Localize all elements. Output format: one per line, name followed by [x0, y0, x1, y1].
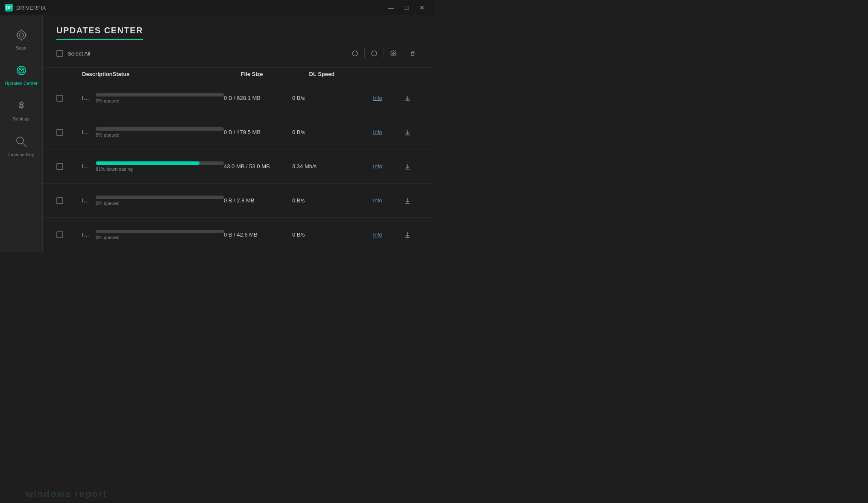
- driver-row-row-2: Intel(R) Serial IO GPIO Host Control... …: [43, 115, 434, 149]
- col-dl-speed: DL Speed: [309, 71, 378, 77]
- svg-point-12: [372, 51, 377, 56]
- titlebar-left: DF DRIVERFIX: [5, 4, 46, 12]
- file-size-row-4: 0 B / 2.8 MB: [224, 197, 292, 204]
- file-size-row-3: 43.0 MB / 53.0 MB: [224, 163, 292, 170]
- driver-status-row-2: 0% queued: [96, 127, 224, 137]
- status-text-row-4: 0% queued: [96, 201, 224, 206]
- sidebar-item-settings[interactable]: Settings: [0, 93, 42, 129]
- sidebar-label-scan: Scan: [16, 45, 26, 51]
- col-file-size: File Size: [241, 71, 309, 77]
- row-checkbox-row-5[interactable]: [56, 231, 82, 238]
- download-icon-row-2: [404, 129, 411, 136]
- minimize-button[interactable]: —: [384, 3, 398, 13]
- toolbar-divider-2: [384, 48, 384, 58]
- file-size-row-1: 0 B / 628.1 MB: [224, 95, 292, 101]
- trash-icon: [409, 50, 416, 57]
- dl-speed-row-2: 0 B/s: [292, 129, 361, 135]
- driver-status-row-5: 0% queued: [96, 230, 224, 240]
- row-checkbox-row-3[interactable]: [56, 163, 82, 170]
- content-area: UPDATES CENTER Select All: [43, 15, 434, 252]
- svg-point-11: [352, 51, 358, 56]
- row-checkbox-row-1[interactable]: [56, 95, 82, 102]
- driver-status-row-1: 0% queued: [96, 93, 224, 103]
- progress-bg-row-2: [96, 127, 224, 131]
- driver-row-row-4: Intel(R) Xeon(R) E3 - 1200/1500 v5/... 0…: [43, 184, 434, 218]
- file-size-row-2: 0 B / 479.5 MB: [224, 129, 292, 135]
- sidebar-label-license-key: License Key: [9, 152, 34, 158]
- toolbar-delete-button[interactable]: [405, 46, 420, 61]
- circle-icon: [371, 50, 378, 57]
- driver-status-row-4: 0% queued: [96, 196, 224, 206]
- driver-checkbox-row-5[interactable]: [56, 231, 63, 238]
- download-button-row-3[interactable]: [395, 163, 420, 170]
- toolbar-divider-3: [403, 48, 403, 58]
- select-all-checkbox[interactable]: [56, 50, 63, 57]
- status-text-row-1: 0% queued: [96, 98, 224, 103]
- select-all-label[interactable]: Select All: [56, 50, 90, 57]
- info-button-row-2[interactable]: Info: [361, 129, 395, 135]
- svg-rect-15: [411, 53, 414, 56]
- main-layout: Scan Updates Center Settings License Key…: [0, 15, 434, 252]
- sidebar-label-updates-center: Updates Center: [5, 81, 38, 86]
- status-text-row-5: 0% queued: [96, 235, 224, 240]
- sidebar-label-settings: Settings: [13, 116, 30, 122]
- app-title: DRIVERFIX: [16, 5, 46, 11]
- driver-name-row-2: Intel(R) Serial IO GPIO Host Control...: [82, 129, 96, 135]
- download-button-row-1[interactable]: [395, 94, 420, 102]
- dl-speed-row-1: 0 B/s: [292, 95, 361, 101]
- svg-point-1: [19, 33, 23, 37]
- file-size-row-5: 0 B / 42.6 MB: [224, 231, 292, 238]
- info-button-row-1[interactable]: Info: [361, 95, 395, 101]
- download-button-row-2[interactable]: [395, 129, 420, 136]
- driver-row-row-5: Intel(R) Imaging Signal Processor 2... 0…: [43, 218, 434, 252]
- refresh-icon: [352, 50, 358, 57]
- driver-checkbox-row-1[interactable]: [56, 95, 63, 102]
- download-button-row-5[interactable]: [395, 231, 420, 239]
- close-button[interactable]: ✕: [415, 3, 429, 13]
- driver-name-row-5: Intel(R) Imaging Signal Processor 2...: [82, 231, 96, 238]
- col-download-header: [403, 71, 429, 77]
- titlebar: DF DRIVERFIX — □ ✕: [0, 0, 434, 15]
- toolbar-action-2[interactable]: [367, 46, 382, 61]
- progress-bg-row-4: [96, 196, 224, 199]
- sidebar-icon-updates-center: [15, 64, 27, 78]
- driver-name-row-1: Intel(R) Virtual Buttons: [82, 95, 96, 101]
- sidebar-item-scan[interactable]: Scan: [0, 22, 42, 58]
- download-all-icon: [390, 50, 397, 57]
- col-status: Status: [113, 71, 241, 77]
- driver-checkbox-row-2[interactable]: [56, 129, 63, 136]
- sidebar-item-license-key[interactable]: License Key: [0, 129, 42, 164]
- svg-point-0: [17, 31, 26, 39]
- toolbar-divider-1: [364, 48, 365, 58]
- maximize-button[interactable]: □: [400, 3, 413, 13]
- info-button-row-4[interactable]: Info: [361, 197, 395, 204]
- toolbar-actions: [347, 46, 420, 61]
- driver-checkbox-row-3[interactable]: [56, 163, 63, 170]
- col-description: Description: [82, 71, 113, 77]
- dl-speed-row-4: 0 B/s: [292, 197, 361, 204]
- download-button-row-4[interactable]: [395, 197, 420, 205]
- dl-speed-row-3: 3.34 Mb/s: [292, 163, 361, 170]
- app-logo: DF: [5, 4, 13, 12]
- progress-fill-row-3: [96, 161, 199, 165]
- toolbar-action-1[interactable]: [347, 46, 363, 61]
- info-button-row-5[interactable]: Info: [361, 231, 395, 238]
- download-icon-row-1: [404, 94, 411, 102]
- download-icon-row-3: [404, 163, 411, 170]
- progress-bg-row-1: [96, 93, 224, 97]
- table-header: Description Status File Size DL Speed: [43, 67, 434, 81]
- driver-checkbox-row-4[interactable]: [56, 197, 63, 204]
- svg-line-10: [23, 143, 26, 147]
- col-checkbox-header: [56, 71, 82, 77]
- sidebar-item-updates-center[interactable]: Updates Center: [0, 58, 42, 93]
- toolbar-action-3[interactable]: [386, 46, 401, 61]
- page-header: UPDATES CENTER: [43, 15, 434, 40]
- info-button-row-3[interactable]: Info: [361, 163, 395, 170]
- driver-status-row-3: 81% downloading: [96, 161, 224, 172]
- row-checkbox-row-2[interactable]: [56, 129, 82, 136]
- dl-speed-row-5: 0 B/s: [292, 231, 361, 238]
- select-all-text: Select All: [67, 50, 90, 57]
- svg-point-9: [17, 137, 23, 144]
- row-checkbox-row-4[interactable]: [56, 197, 82, 204]
- download-icon-row-5: [404, 231, 411, 239]
